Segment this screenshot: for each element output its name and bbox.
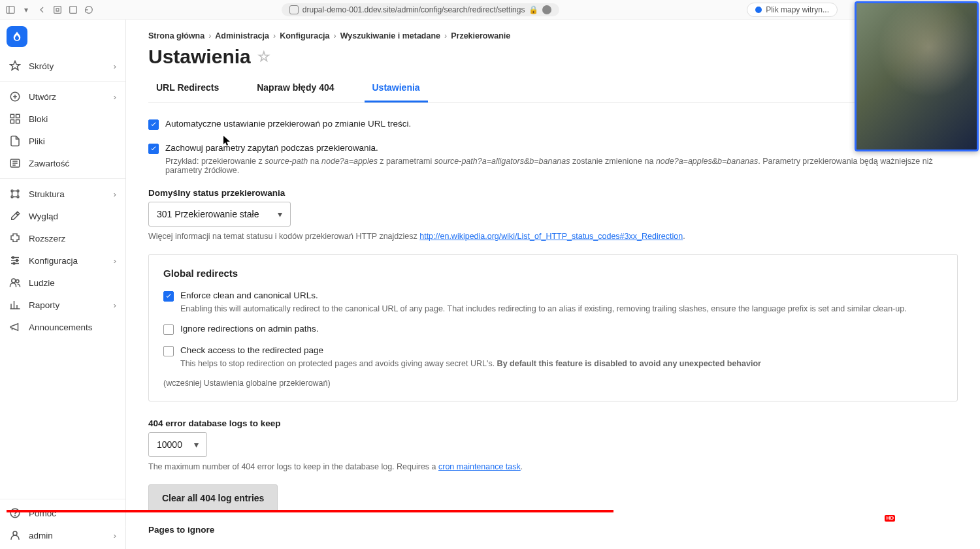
sidebar-item-struktura[interactable]: Struktura›: [0, 183, 125, 205]
url-bar[interactable]: drupal-demo-001.ddev.site/admin/config/s…: [282, 3, 560, 16]
sidebar-item-label: Rozszerz: [29, 234, 65, 243]
back-icon[interactable]: [37, 5, 47, 15]
default-status-label: Domyślny status przekierowania: [148, 188, 958, 198]
checkbox-label: Automatyczne ustawianie przekierowań po …: [165, 119, 411, 129]
checkbox-auto-redirect[interactable]: Automatyczne ustawianie przekierowań po …: [148, 119, 958, 130]
checkbox-ignore-admin[interactable]: Ignore redirections on admin paths.: [163, 324, 943, 335]
chevron-right-icon: ›: [114, 61, 117, 71]
svg-point-14: [12, 257, 14, 259]
chevron-right-icon: ›: [334, 31, 336, 40]
sidebar-item-announcements[interactable]: Announcements: [0, 316, 125, 338]
sidebar-item-label: Struktura: [29, 189, 65, 199]
checkbox-icon: [148, 119, 159, 130]
sidebar-item-wygląd[interactable]: Wygląd: [0, 205, 125, 227]
sidebar-item-label: Utwórz: [29, 92, 56, 102]
chart-icon: [9, 299, 21, 311]
checkbox-keep-query[interactable]: Zachowuj parametry zapytań podczas przek…: [148, 143, 958, 154]
wikipedia-link[interactable]: http://en.wikipedia.org/wiki/List_of_HTT…: [419, 232, 683, 241]
default-status-select[interactable]: 301 Przekierowanie stałe ▾: [148, 202, 291, 227]
breadcrumb-item[interactable]: Przekierowanie: [451, 31, 510, 40]
megaphone-icon: [9, 321, 21, 333]
miniplayer-button[interactable]: [903, 518, 919, 533]
sidebar-item-label: Wygląd: [29, 212, 58, 221]
admin-sidebar: Skróty›Utwórz›BlokiPlikiZawartośćStruktu…: [0, 20, 126, 549]
favorite-star-icon[interactable]: ☆: [257, 48, 270, 65]
sidebar-item-ludzie[interactable]: Ludzie: [0, 272, 125, 294]
presenter-webcam: [855, 1, 979, 151]
select-value: 10000: [157, 439, 182, 450]
sidebar-item-label: Konfiguracja: [29, 256, 78, 266]
breadcrumb-item[interactable]: Konfiguracja: [280, 31, 329, 40]
sidebar-toggle-icon[interactable]: [5, 5, 16, 15]
sidebar-item-raporty[interactable]: Raporty›: [0, 294, 125, 316]
help-text: Więcej informacji na temat statusu i kod…: [148, 232, 958, 241]
checkbox-enforce-clean[interactable]: Enforce clean and canonical URLs.: [163, 290, 943, 302]
url-text: drupal-demo-001.ddev.site/admin/config/s…: [302, 5, 525, 14]
svg-rect-7: [10, 120, 14, 123]
help-text: Przykład: przekierowanie z source-path n…: [165, 157, 958, 175]
sidebar-item-zawartość[interactable]: Zawartość: [0, 152, 125, 174]
checkbox-label: Ignore redirections on admin paths.: [180, 324, 319, 334]
fullscreen-button[interactable]: [958, 518, 973, 533]
browser-toolbar: ▾ drupal-demo-001.ddev.site/admin/config…: [0, 0, 980, 20]
help-text: This helps to stop redirection on protec…: [180, 359, 943, 368]
tab-napraw-błędy-404[interactable]: Napraw błędy 404: [249, 77, 342, 102]
svg-rect-22: [851, 522, 862, 529]
svg-rect-2: [54, 6, 61, 13]
captions-button[interactable]: [848, 518, 864, 533]
checkbox-check-access[interactable]: Check access to the redirected page: [163, 345, 943, 356]
cron-link[interactable]: cron maintenance task: [438, 462, 521, 471]
fieldset-legend: Global redirects: [163, 268, 943, 279]
refresh-icon[interactable]: [84, 5, 94, 15]
bookmark-label: Plik mapy witryn...: [766, 5, 829, 14]
page-title: Ustawienia ☆: [148, 46, 958, 68]
checkbox-icon: [148, 144, 159, 154]
tab-icon[interactable]: [68, 5, 78, 15]
video-player-controls: 14:26 / 22:58 HD: [7, 512, 973, 539]
site-lock-icon: [289, 5, 299, 14]
tabs: URL RedirectsNapraw błędy 404Ustawienia: [148, 77, 958, 103]
bookmark-pill[interactable]: Plik mapy witryn...: [747, 3, 838, 17]
checkbox-label: Zachowuj parametry zapytań podczas przek…: [165, 143, 378, 153]
sidebar-item-skróty[interactable]: Skróty›: [0, 55, 125, 77]
svg-rect-8: [16, 120, 20, 123]
sliders-icon: [9, 255, 21, 266]
breadcrumb-item[interactable]: Wyszukiwanie i metadane: [340, 31, 440, 40]
play-button[interactable]: [31, 518, 47, 533]
checkbox-icon: [163, 291, 174, 302]
sidebar-item-bloki[interactable]: Bloki: [0, 108, 125, 130]
drupal-logo[interactable]: [7, 26, 27, 47]
shields-icon[interactable]: [52, 5, 63, 15]
svg-rect-5: [10, 114, 14, 118]
svg-rect-24: [911, 525, 915, 529]
volume-button[interactable]: [56, 518, 72, 533]
theater-button[interactable]: [930, 518, 946, 533]
chevron-down-icon[interactable]: ▾: [21, 5, 31, 15]
breadcrumb-item[interactable]: Administracja: [215, 31, 269, 40]
users-icon: [9, 277, 21, 289]
chevron-right-icon: ›: [114, 189, 117, 199]
previous-button[interactable]: [7, 518, 22, 533]
checkbox-icon: [163, 324, 174, 335]
breadcrumb-item[interactable]: Strona główna: [148, 31, 204, 40]
svg-rect-0: [7, 6, 14, 13]
sidebar-item-utwórz[interactable]: Utwórz›: [0, 86, 125, 108]
svg-point-17: [12, 279, 16, 283]
logs-select[interactable]: 10000 ▾: [148, 432, 207, 457]
sidebar-item-konfiguracja[interactable]: Konfiguracja›: [0, 249, 125, 272]
settings-button[interactable]: HD: [875, 518, 891, 533]
tab-url-redirects[interactable]: URL Redirects: [148, 77, 227, 102]
svg-point-13: [17, 196, 19, 198]
grid-icon: [9, 113, 21, 125]
plus-icon: [9, 91, 21, 102]
tab-ustawienia[interactable]: Ustawienia: [365, 77, 428, 102]
help-text: Enabling this will automatically redirec…: [180, 304, 943, 313]
extension-icon[interactable]: [542, 5, 551, 14]
svg-rect-3: [70, 6, 77, 13]
sidebar-item-rozszerz[interactable]: Rozszerz: [0, 227, 125, 249]
global-redirects-fieldset: Global redirects Enforce clean and canon…: [148, 254, 958, 401]
bookmark-favicon: [755, 7, 762, 13]
chevron-right-icon: ›: [114, 256, 117, 266]
sidebar-item-pliki[interactable]: Pliki: [0, 130, 125, 152]
clear-404-button[interactable]: Clear all 404 log entries: [148, 484, 278, 512]
